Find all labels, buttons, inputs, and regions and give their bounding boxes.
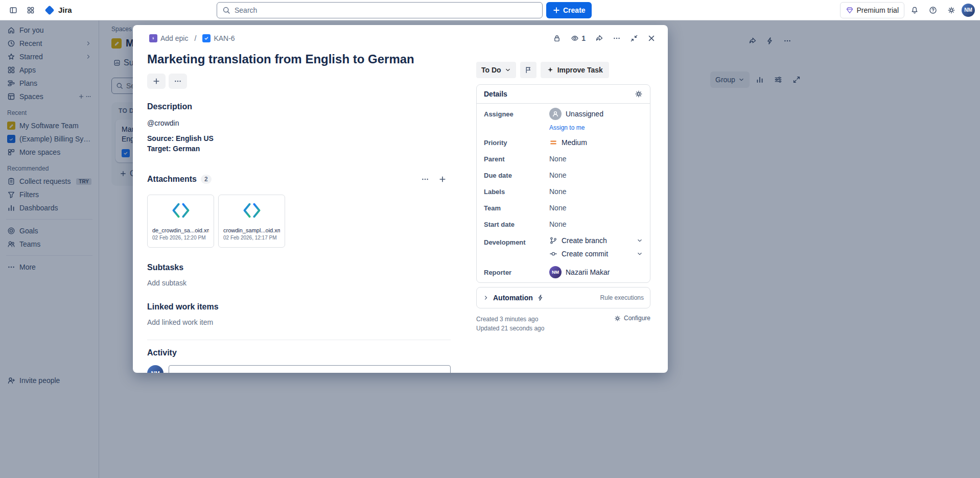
plus-icon: [552, 6, 561, 14]
field-team: Team None: [477, 200, 650, 216]
navbar-right-cluster: Premium trial NM: [840, 2, 975, 18]
priority-label: Priority: [484, 139, 549, 147]
create-button[interactable]: Create: [546, 2, 592, 18]
attachments-add-button[interactable]: [434, 171, 451, 187]
details-panel-header[interactable]: Details: [477, 85, 650, 104]
premium-trial-label: Premium trial: [857, 6, 899, 14]
labels-label: Labels: [484, 188, 549, 196]
more-actions-button[interactable]: [609, 30, 625, 46]
lightning-icon: [537, 294, 544, 301]
issue-key-label: KAN-6: [214, 34, 235, 42]
add-linked-item-button[interactable]: Add linked work item: [147, 318, 451, 326]
restrict-access-button[interactable]: [549, 30, 565, 46]
epic-icon: [149, 34, 157, 42]
chevron-down-icon[interactable]: [637, 237, 643, 244]
sidebar-toggle-button[interactable]: [5, 2, 21, 18]
labels-value[interactable]: None: [549, 187, 643, 196]
add-subtask-button[interactable]: Add subtask: [147, 279, 451, 287]
status-label: To Do: [481, 66, 501, 74]
collapse-icon: [630, 34, 638, 42]
close-button[interactable]: [643, 30, 660, 46]
attachments-more-button[interactable]: [417, 171, 433, 187]
reporter-value[interactable]: NM Nazarii Makar: [549, 266, 643, 278]
configure-button[interactable]: Configure: [614, 315, 650, 322]
attachment-card[interactable]: de_crowdin_sa...oid.xml 02 Feb 2026, 12:…: [147, 195, 214, 248]
activity-heading: Activity: [147, 348, 451, 357]
create-button-label: Create: [563, 6, 586, 14]
xml-file-icon: [171, 200, 191, 221]
subtasks-heading: Subtasks: [147, 263, 451, 272]
field-parent: Parent None: [477, 151, 650, 167]
priority-name: Medium: [562, 138, 587, 147]
gear-icon: [947, 6, 955, 14]
chevron-down-icon[interactable]: [637, 251, 643, 257]
details-heading: Details: [484, 90, 507, 98]
issue-key-button[interactable]: KAN-6: [200, 33, 237, 44]
help-icon: [929, 6, 937, 14]
mention-crowdin[interactable]: @crowdin: [147, 118, 451, 128]
quick-add-more-button[interactable]: [169, 74, 187, 89]
jira-app: Jira Create Premium trial NM: [0, 0, 980, 478]
app-switcher-button[interactable]: [22, 2, 39, 18]
development-label: Development: [484, 236, 549, 246]
notifications-button[interactable]: [906, 2, 923, 18]
create-branch-label: Create branch: [562, 236, 607, 245]
automation-panel[interactable]: Automation Rule executions: [476, 287, 650, 308]
comment-input[interactable]: [175, 372, 444, 373]
assignee-value[interactable]: Unassigned: [549, 108, 643, 120]
quick-add-row: [147, 74, 451, 89]
description-section: Description @crowdin Source: English US …: [147, 102, 451, 154]
chevron-down-icon: [505, 67, 511, 73]
watchers-count: 1: [581, 34, 586, 42]
breadcrumb-separator: /: [194, 34, 196, 42]
attachment-card[interactable]: crowdin_sampl...oid.xml 02 Feb 2026, 12:…: [218, 195, 285, 248]
bell-icon: [911, 6, 919, 14]
details-settings-icon[interactable]: [635, 90, 643, 98]
watch-button[interactable]: 1: [566, 30, 590, 46]
navbar-search[interactable]: [217, 2, 543, 18]
description-body[interactable]: @crowdin Source: English US Target: Germ…: [147, 118, 451, 154]
parent-value[interactable]: None: [549, 155, 643, 163]
add-epic-button[interactable]: Add epic: [147, 33, 190, 44]
user-avatar[interactable]: NM: [962, 4, 975, 17]
description-target-line: Target: German: [147, 145, 200, 153]
field-due-date: Due date None: [477, 167, 650, 183]
quick-add-button[interactable]: [147, 74, 166, 89]
activity-section: Activity NM Suggest a reply Who is worki…: [147, 340, 451, 373]
more-icon: [174, 77, 182, 85]
linked-items-section: Linked work items Add linked work item: [147, 302, 451, 326]
eye-icon: [571, 34, 579, 42]
issue-title[interactable]: Marketing translation from English to Ge…: [147, 52, 451, 66]
configure-label: Configure: [624, 315, 650, 322]
settings-button[interactable]: [943, 2, 960, 18]
priority-value[interactable]: Medium: [549, 138, 643, 147]
linked-items-heading: Linked work items: [147, 302, 451, 312]
flag-button[interactable]: [520, 62, 536, 78]
share-button[interactable]: [591, 30, 608, 46]
comment-input-box[interactable]: [169, 365, 451, 373]
field-reporter: Reporter NM Nazarii Makar: [477, 262, 650, 282]
help-button[interactable]: [925, 2, 941, 18]
improve-task-label: Improve Task: [557, 66, 603, 74]
create-commit-label: Create commit: [562, 250, 608, 258]
status-dropdown[interactable]: To Do: [476, 62, 516, 78]
premium-trial-button[interactable]: Premium trial: [840, 2, 904, 18]
team-value[interactable]: None: [549, 204, 643, 212]
subtasks-section: Subtasks Add subtask: [147, 263, 451, 287]
create-commit-button[interactable]: Create commit: [549, 250, 643, 258]
more-icon: [613, 34, 621, 42]
navbar-search-input[interactable]: [235, 6, 537, 14]
commit-icon: [549, 250, 557, 258]
attachment-date: 02 Feb 2026, 12:17 PM: [223, 235, 280, 241]
assign-to-me-link[interactable]: Assign to me: [549, 124, 585, 131]
improve-task-button[interactable]: Improve Task: [541, 62, 609, 78]
add-epic-label: Add epic: [160, 34, 188, 42]
create-branch-button[interactable]: Create branch: [549, 236, 643, 245]
collapse-button[interactable]: [626, 30, 642, 46]
jira-brand[interactable]: Jira: [40, 5, 76, 16]
rule-executions-link[interactable]: Rule executions: [600, 294, 644, 301]
xml-file-icon: [242, 200, 262, 221]
due-date-value[interactable]: None: [549, 171, 643, 179]
close-icon: [647, 34, 656, 42]
start-date-value[interactable]: None: [549, 220, 643, 228]
